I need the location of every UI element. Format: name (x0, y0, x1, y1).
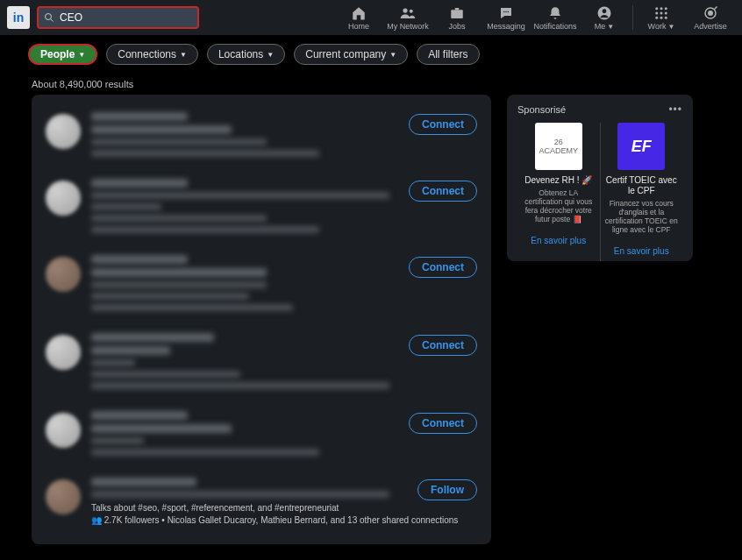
avatar[interactable] (46, 257, 81, 292)
nav-label: Home (348, 22, 369, 31)
svg-point-17 (660, 16, 663, 18)
nav-items: Home My Network Jobs Messaging Notificat… (334, 0, 735, 35)
filter-all[interactable]: All filters (417, 44, 479, 65)
search-result[interactable]: Connect (32, 402, 491, 469)
home-icon (351, 5, 367, 21)
message-icon (498, 5, 514, 21)
connect-button[interactable]: Connect (409, 114, 477, 135)
overflow-menu-icon[interactable]: ••• (668, 103, 682, 116)
filters-bar: People▼ Connections▼ Locations▼ Current … (0, 35, 742, 74)
svg-point-0 (46, 14, 52, 20)
chevron-down-icon: ▼ (667, 23, 674, 31)
svg-point-2 (403, 8, 407, 12)
svg-line-21 (715, 6, 717, 9)
svg-point-20 (709, 11, 713, 15)
svg-point-11 (660, 7, 663, 10)
svg-point-7 (508, 11, 510, 12)
top-nav: in Home My Network Jobs Messaging Notifi… (0, 0, 742, 35)
nav-separator (632, 5, 633, 30)
result-talks: Talks about #seo, #sport, #referencement… (91, 502, 477, 514)
nav-label: My Network (387, 22, 429, 31)
briefcase-icon (449, 5, 465, 21)
nav-label: Jobs (448, 22, 465, 31)
search-result[interactable]: Connect (32, 103, 491, 170)
sponsored-card: Sponsorisé ••• 26 ACADEMY Devenez RH ! 🚀… (507, 95, 693, 261)
linkedin-logo[interactable]: in (7, 6, 30, 29)
nav-label: Me▼ (595, 22, 614, 31)
nav-home[interactable]: Home (334, 0, 383, 35)
svg-point-10 (655, 7, 658, 10)
svg-rect-4 (451, 10, 463, 18)
grid-icon (653, 5, 669, 21)
promo-slot[interactable]: EF Certif TOEIC avec le CPF Financez vos… (601, 123, 683, 261)
svg-point-5 (503, 11, 505, 12)
svg-point-16 (655, 16, 658, 18)
promo-slot[interactable]: 26 ACADEMY Devenez RH ! 🚀 Obtenez LA cer… (517, 123, 601, 261)
search-box[interactable] (37, 6, 199, 29)
chevron-down-icon: ▼ (267, 51, 274, 59)
result-followers: 👥 2.7K followers • Nicolas Gallet Ducaro… (91, 514, 477, 527)
promo-cta[interactable]: En savoir plus (531, 230, 586, 251)
avatar[interactable] (46, 335, 81, 370)
nav-network[interactable]: My Network (383, 0, 432, 35)
filter-people[interactable]: People▼ (28, 44, 97, 65)
people-small-icon: 👥 (91, 515, 104, 525)
sponsored-label: Sponsorisé (517, 104, 566, 115)
people-icon (400, 5, 416, 21)
search-result[interactable]: Talks about #seo, #sport, #referencement… (32, 469, 491, 535)
nav-label: Advertise (694, 22, 727, 31)
svg-point-3 (410, 9, 413, 12)
svg-point-9 (603, 9, 607, 13)
filter-locations[interactable]: Locations▼ (207, 44, 285, 65)
bell-icon (547, 5, 563, 21)
search-input[interactable] (60, 11, 182, 24)
target-icon (703, 5, 718, 21)
nav-notifications[interactable]: Notifications (531, 0, 580, 35)
results-list: Connect Connect Connect (32, 95, 491, 544)
chevron-down-icon: ▼ (389, 51, 396, 59)
svg-line-1 (51, 19, 54, 22)
search-result[interactable]: Connect (32, 324, 491, 402)
nav-label: Notifications (533, 22, 576, 31)
svg-point-13 (655, 11, 658, 14)
avatar-icon (596, 5, 612, 21)
chevron-down-icon: ▼ (607, 23, 614, 31)
svg-point-15 (665, 11, 667, 14)
promo-desc: Financez vos cours d'anglais et la certi… (604, 199, 680, 234)
search-icon (44, 12, 54, 23)
connect-button[interactable]: Connect (409, 257, 477, 278)
connect-button[interactable]: Connect (409, 181, 477, 202)
connect-button[interactable]: Connect (409, 335, 477, 356)
avatar[interactable] (46, 114, 81, 149)
promo-image: 26 ACADEMY (535, 123, 582, 170)
nav-label: Work▼ (648, 22, 675, 31)
promo-title: Devenez RH ! 🚀 (524, 175, 592, 186)
search-result[interactable]: Connect (32, 246, 491, 324)
svg-point-12 (665, 7, 667, 10)
filter-connections[interactable]: Connections▼ (106, 44, 198, 65)
nav-label: Messaging (487, 22, 525, 31)
promo-cta[interactable]: En savoir plus (614, 241, 669, 261)
nav-messaging[interactable]: Messaging (482, 0, 531, 35)
results-count: About 8,490,000 results (0, 74, 742, 95)
connect-button[interactable]: Connect (409, 413, 477, 434)
promo-title: Certif TOEIC avec le CPF (604, 175, 680, 196)
nav-jobs[interactable]: Jobs (432, 0, 482, 35)
nav-work[interactable]: Work▼ (637, 0, 686, 35)
chevron-down-icon: ▼ (180, 51, 187, 59)
promo-image: EF (617, 123, 665, 170)
avatar[interactable] (46, 181, 81, 216)
svg-point-6 (505, 11, 507, 12)
avatar[interactable] (46, 413, 81, 448)
filter-company[interactable]: Current company▼ (294, 44, 408, 65)
svg-point-14 (660, 11, 663, 14)
nav-advertise[interactable]: Advertise (686, 0, 735, 35)
search-result[interactable]: Connect (32, 170, 491, 246)
promo-desc: Obtenez LA certification qui vous fera d… (521, 188, 596, 223)
svg-point-18 (665, 16, 667, 18)
nav-me[interactable]: Me▼ (580, 0, 629, 35)
avatar[interactable] (46, 479, 81, 514)
follow-button[interactable]: Follow (417, 479, 477, 500)
chevron-down-icon: ▼ (78, 51, 85, 59)
